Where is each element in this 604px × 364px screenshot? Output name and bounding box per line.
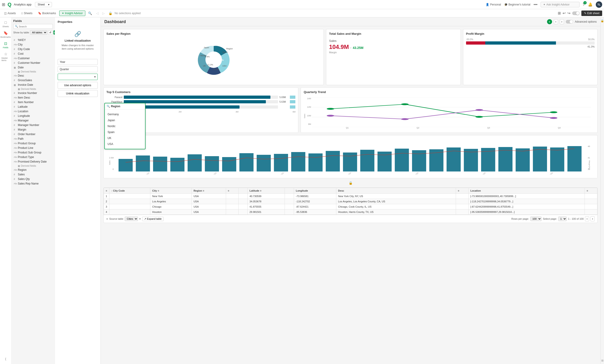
avatar[interactable]: TL xyxy=(596,1,602,8)
use-advanced-options-button[interactable]: Use advanced options xyxy=(58,82,98,89)
select-page-select[interactable]: 1 xyxy=(558,217,567,221)
field-item[interactable]: Abc Product Type xyxy=(13,155,53,159)
field-item[interactable]: # GrossSales xyxy=(13,78,53,83)
col-header-city-code[interactable]: ↕ City Code xyxy=(109,188,150,194)
prev-page-button[interactable]: ‹ xyxy=(554,19,558,24)
region-filter-panel: 🔍 Region Germany Japan Nordic Spain UK U… xyxy=(104,103,146,149)
field-item[interactable]: ▦ Date xyxy=(13,65,53,70)
field-item[interactable]: Abc Manager xyxy=(13,118,53,123)
undo-icon[interactable]: ↩ xyxy=(563,11,566,15)
redo-icon[interactable]: ↪ xyxy=(567,11,570,15)
source-table-select[interactable]: Cities xyxy=(125,217,138,221)
field-item[interactable]: # City Code xyxy=(13,47,53,51)
field-item[interactable]: # Sales Qty xyxy=(13,177,53,181)
field-item[interactable]: Abc Customer xyxy=(13,56,53,61)
field-item[interactable]: Abc Promised Delivery Date xyxy=(13,159,53,164)
field-item[interactable]: Abc Sales Rep Name xyxy=(13,181,53,186)
more-options-icon[interactable]: ••• xyxy=(534,2,537,7)
refresh-icon-button[interactable]: ↺ xyxy=(48,30,52,35)
field-item[interactable]: Abc Product Line xyxy=(13,146,53,150)
toggle-switch[interactable] xyxy=(572,12,579,15)
field-item[interactable]: # Invoice Number xyxy=(13,91,53,95)
detect-icon[interactable]: 🔍 xyxy=(86,11,94,16)
derived-fields-item-2[interactable]: ▦ Derived fields xyxy=(13,87,53,91)
region-item-germany[interactable]: Germany xyxy=(107,111,143,117)
field-item[interactable]: ▦ Invoice Date xyxy=(13,83,53,87)
edit-sheet-button[interactable]: ✎ Edit sheet xyxy=(581,11,602,16)
field-item[interactable]: # %KEY xyxy=(13,38,53,42)
bookmarks-nav-item[interactable]: 🔖 Bookmarks xyxy=(36,11,58,16)
field-item[interactable]: # Sales xyxy=(13,172,53,177)
rows-per-page-select[interactable]: 100 xyxy=(530,217,541,221)
table-icon[interactable]: ⊞ xyxy=(601,359,604,362)
region-item-spain[interactable]: Spain xyxy=(107,129,143,135)
derived-fields-item[interactable]: ▦ Derived fields xyxy=(13,70,53,73)
unlink-visualization-button[interactable]: Unlink visualization xyxy=(58,90,98,97)
col-header-location[interactable]: Location xyxy=(468,188,585,194)
field-item[interactable]: Abc Desc xyxy=(13,73,53,78)
svg-rect-36 xyxy=(343,153,357,171)
sidebar-item-master-items[interactable]: ☆ Master items xyxy=(1,50,11,63)
personal-nav-item[interactable]: 👤 Personal xyxy=(486,3,501,6)
col-header-latitude[interactable]: Latitude ≡ xyxy=(248,188,285,194)
dropdown-select[interactable]: ▾ xyxy=(58,74,98,80)
field-item[interactable]: Abc Path xyxy=(13,136,53,141)
lock-right-icon[interactable]: 🔒 xyxy=(601,19,604,22)
add-field-button[interactable]: + xyxy=(53,30,55,35)
prev-table-page-button[interactable]: ‹ xyxy=(585,216,589,221)
sidebar-collapse-icon[interactable]: ⟨ xyxy=(1,356,11,362)
region-item-nordic[interactable]: Nordic xyxy=(107,123,143,129)
forward-icon[interactable]: ▷ xyxy=(101,11,106,16)
next-page-button[interactable]: › xyxy=(560,19,564,24)
toggle-advanced[interactable] xyxy=(566,20,573,24)
field-item[interactable]: Abc Region xyxy=(13,168,53,172)
sidebar-item-bookmarks[interactable]: 🔖 Bookmarks xyxy=(1,29,11,39)
field-item[interactable]: # Latitude xyxy=(13,105,53,109)
sidebar-item-sheets[interactable]: □ Sheets xyxy=(1,19,11,29)
region-item-uk[interactable]: UK xyxy=(107,135,143,141)
donut-chart: Region Spain USA UK Nordic Japan 45.5% 2… xyxy=(189,39,239,80)
fields-panel-header: Fields 🔍 Show by table All tables ↺ + xyxy=(12,17,55,37)
expand-table-button[interactable]: ↗ Expand table xyxy=(142,217,164,221)
field-item[interactable]: Abc Product Sub Group xyxy=(13,150,53,155)
field-item[interactable]: Abc Location xyxy=(13,109,53,114)
notification-icon[interactable]: 🔔 xyxy=(588,2,592,7)
quarterly-trend-tile: Quarterly Trend 14M 12M 10M 8M xyxy=(301,87,598,133)
fields-search-input[interactable] xyxy=(19,25,51,28)
next-table-page-button[interactable]: › xyxy=(591,216,595,221)
sheets-nav-item[interactable]: □ Sheets xyxy=(19,11,35,16)
region-item-usa[interactable]: USA xyxy=(107,141,143,147)
field-item[interactable]: # Manager Number xyxy=(13,123,53,127)
help-icon-with-badge[interactable]: ? 3 xyxy=(583,2,585,7)
col-header-region[interactable]: Region ≡ xyxy=(191,188,226,194)
search-input-box[interactable]: 🔍 xyxy=(13,24,53,29)
tutorial-nav-item[interactable]: 🎓 Beginner's tutorial xyxy=(504,3,530,6)
field-item[interactable]: Abc Product Group xyxy=(13,141,53,146)
field-item[interactable]: # Order Number xyxy=(13,132,53,136)
add-item-button[interactable]: + xyxy=(547,19,552,24)
field-item[interactable]: Abc City xyxy=(13,42,53,47)
grid-icon[interactable]: ⊞ xyxy=(2,2,5,7)
year-select[interactable]: Year xyxy=(58,59,98,65)
field-item[interactable]: # Cost xyxy=(13,51,53,56)
table-select[interactable]: All tables xyxy=(30,30,47,35)
field-item[interactable]: # Longitude xyxy=(13,114,53,118)
sheet-selector[interactable]: Sheet ▾ xyxy=(35,2,52,7)
layout-grid-icon[interactable]: ⊞ xyxy=(558,11,561,15)
region-item-japan[interactable]: Japan xyxy=(107,117,143,123)
field-item[interactable]: # Customer Number xyxy=(13,61,53,65)
col-header-longitude[interactable]: Longitude xyxy=(294,188,336,194)
sidebar-item-fields[interactable]: ⊡ Fields xyxy=(1,40,11,50)
col-header-desc[interactable]: Desc xyxy=(336,188,456,194)
col-header-city[interactable]: City ≡ xyxy=(150,188,192,194)
insight-search-box[interactable]: ✦ Ask Insight Advisor xyxy=(541,2,579,7)
field-item[interactable]: # Margin xyxy=(13,127,53,132)
assets-nav-item[interactable]: ◫ Assets xyxy=(2,11,18,16)
back-icon[interactable]: ◁ xyxy=(95,11,100,16)
field-item[interactable]: # Item Number xyxy=(13,100,53,105)
quarter-select[interactable]: Quarter xyxy=(58,66,98,72)
derived-fields-item-3[interactable]: ▦ Derived fields xyxy=(13,164,53,168)
insight-advisor-nav-item[interactable]: ✦ Insight Advisor xyxy=(59,11,85,16)
field-item[interactable]: Abc Item Desc xyxy=(13,95,53,100)
col-header-menu[interactable]: ≡ xyxy=(104,188,109,194)
